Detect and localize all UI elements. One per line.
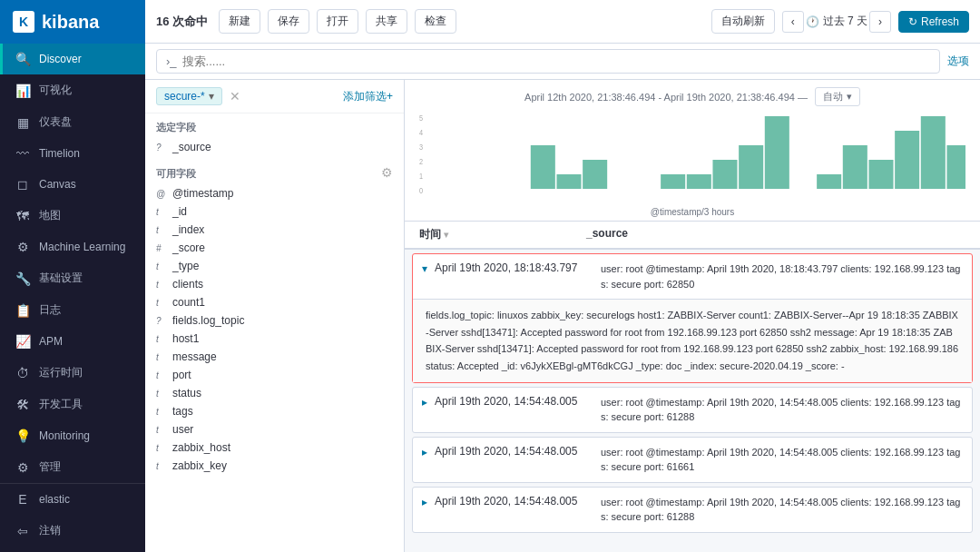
sidebar-item-discover[interactable]: 🔍 Discover [0,44,145,74]
filter-close-button[interactable]: ▾ [209,90,214,103]
available-field-message[interactable]: t message [145,348,404,366]
svg-rect-8 [583,160,607,189]
svg-rect-7 [556,174,581,189]
field-type-badge: t [156,425,167,435]
filter-settings-icon[interactable]: ✕ [230,89,240,104]
available-fields-header: 可用字段 ⚙ [145,156,404,184]
available-field-_id[interactable]: t _id [145,202,404,221]
sidebar-item-logout[interactable]: ⇦ 注销 [0,515,145,547]
svg-rect-19 [946,145,965,189]
log-row-header[interactable]: ▾ April 19th 2020, 18:18:43.797 user: ro… [413,254,972,299]
sidebar-item-devtools-label: 开发工具 [39,397,83,412]
left-panel: secure-* ▾ ✕ 添加筛选+ 选定字段 ? _source 可用字段 ⚙… [145,80,405,552]
svg-rect-17 [895,131,919,189]
logs-icon: 📋 [15,303,30,318]
discover-icon: 🔍 [15,52,30,66]
maps-icon: 🗺 [15,209,30,223]
main-area: 16 次命中 新建 保存 打开 共享 检查 自动刷新 ‹ 🕐 过去 7 天 › … [145,0,980,552]
svg-text:5: 5 [419,113,423,123]
field-name-label: port [172,369,191,381]
log-row: ▸ April 19th 2020, 14:54:48.005 user: ro… [412,487,973,533]
sidebar-item-uptime[interactable]: ⏱ 运行时间 [0,357,145,389]
open-button[interactable]: 打开 [317,9,358,34]
log-row-header[interactable]: ▸ April 19th 2020, 14:54:48.005 user: ro… [413,438,972,482]
available-field-count1[interactable]: t count1 [145,293,404,311]
search-input[interactable] [182,54,930,68]
index-filter-badge[interactable]: secure-* ▾ [156,87,222,105]
log-row-header[interactable]: ▸ April 19th 2020, 14:54:48.005 user: ro… [413,488,972,532]
sidebar-item-maps[interactable]: 🗺 地图 [0,200,145,232]
field-type-badge: t [156,334,167,344]
available-field-zabbix_host[interactable]: t zabbix_host [145,439,404,457]
field-type-badge: t [156,207,167,217]
available-field-_index[interactable]: t _index [145,221,404,239]
search-options-link[interactable]: 选项 [947,54,969,69]
field-name-label: fields.log_topic [172,314,244,327]
field-type-badge: @ [156,189,167,199]
new-button[interactable]: 新建 [219,9,260,34]
available-field-fields.log_topic[interactable]: ? fields.log_topic [145,311,404,330]
sidebar-item-elastic[interactable]: E elastic [0,484,145,515]
field-type-badge: ? [156,316,167,326]
field-name-label: clients [172,278,203,291]
refresh-button[interactable]: ↻ Refresh [898,11,969,33]
expand-button[interactable]: ▾ [422,262,427,275]
sidebar-item-logs[interactable]: 📋 日志 [0,294,145,326]
save-button[interactable]: 保存 [268,9,309,34]
expand-button[interactable]: ▸ [422,446,427,458]
available-field-_score[interactable]: # _score [145,239,404,257]
expand-button[interactable]: ▸ [422,496,427,508]
sidebar-item-ml[interactable]: ⚙ Machine Learning [0,232,145,262]
sidebar-item-apm[interactable]: 📈 APM [0,326,145,357]
log-source: user: root @timestamp: April 19th 2020, … [601,395,963,425]
sidebar-item-infra[interactable]: 🔧 基础设置 [0,262,145,294]
available-field-host1[interactable]: t host1 [145,330,404,348]
selected-fields-title: 选定字段 [145,113,404,138]
svg-text:3: 3 [419,143,423,152]
available-field-user[interactable]: t user [145,420,404,439]
available-field-port[interactable]: t port [145,366,404,384]
field-name: _source [172,141,211,153]
sidebar-item-timelion-label: Timelion [39,147,80,160]
sidebar-item-monitoring-label: Monitoring [39,429,90,442]
available-field-zabbix_key[interactable]: t zabbix_key [145,457,404,475]
sidebar-item-timelion[interactable]: 〰 Timelion [0,138,145,169]
available-field-clients[interactable]: t clients [145,275,404,293]
search-prompt-icon: ›_ [166,54,177,68]
log-row-header[interactable]: ▸ April 19th 2020, 14:54:48.005 user: ro… [413,388,972,432]
available-field-tags[interactable]: t tags [145,402,404,420]
available-field-_type[interactable]: t _type [145,257,404,275]
sidebar-item-devtools[interactable]: 🛠 开发工具 [0,389,145,420]
share-button[interactable]: 共享 [366,9,407,34]
auto-refresh-button[interactable]: 自动刷新 [711,9,775,34]
next-time-button[interactable]: › [869,11,891,33]
sidebar-item-uptime-label: 运行时间 [39,365,83,380]
log-time: April 19th 2020, 18:18:43.797 [435,261,593,274]
add-filter-button[interactable]: 添加筛选+ [343,89,393,104]
field-type-badge: t [156,389,167,399]
sidebar-item-dashboard[interactable]: ▦ 仪表盘 [0,106,145,138]
field-type-badge: t [156,461,167,471]
svg-text:0: 0 [419,186,423,195]
searchbar: ›_ 选项 [145,44,980,80]
sidebar-item-canvas[interactable]: ◻ Canvas [0,169,145,200]
expand-button[interactable]: ▸ [422,396,427,409]
auto-select-dropdown[interactable]: 自动 ▾ [815,87,860,106]
sidebar-item-visualize[interactable]: 📊 可视化 [0,74,145,106]
filter-area: secure-* ▾ ✕ 添加筛选+ [145,80,404,113]
gear-icon[interactable]: ⚙ [381,165,393,180]
inspect-button[interactable]: 检查 [415,9,456,34]
sidebar-item-default[interactable]: ★ 默认值 [0,547,145,552]
available-field-@timestamp[interactable]: @ @timestamp [145,184,404,202]
dashboard-icon: ▦ [15,115,30,130]
field-type-badge: # [156,243,167,253]
selected-field-source[interactable]: ? _source [145,138,404,156]
sidebar-item-mgmt[interactable]: ⚙ 管理 [0,451,145,483]
field-name-label: zabbix_key [172,459,227,472]
sidebar-item-dashboard-label: 仪表盘 [39,114,72,130]
field-name-label: zabbix_host [172,441,230,454]
prev-time-button[interactable]: ‹ [782,11,804,33]
available-field-status[interactable]: t status [145,384,404,402]
sidebar-item-monitoring[interactable]: 💡 Monitoring [0,420,145,451]
log-detail: fields.log_topic: linuxos zabbix_key: se… [413,299,972,382]
